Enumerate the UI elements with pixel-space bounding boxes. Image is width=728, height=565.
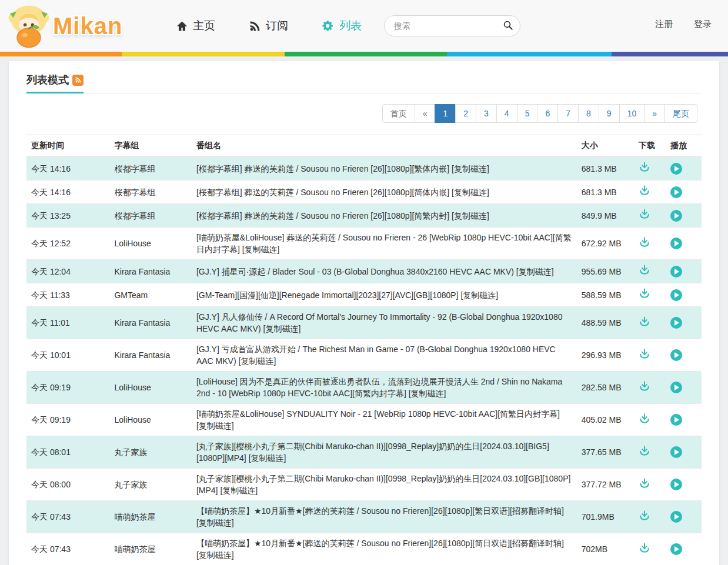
mikan-logo[interactable]: Mikan: [5, 2, 140, 50]
play-icon[interactable]: [670, 266, 682, 278]
download-icon[interactable]: [639, 185, 650, 199]
download-icon[interactable]: [639, 445, 650, 460]
row-group-link[interactable]: LoliHouse: [114, 239, 151, 248]
search-box: [384, 15, 520, 36]
play-icon[interactable]: [670, 317, 682, 329]
download-icon[interactable]: [639, 264, 650, 279]
col-subgroup: 字幕组: [109, 135, 191, 157]
play-icon[interactable]: [670, 163, 682, 175]
page-5[interactable]: 5: [517, 104, 538, 123]
table-row: 今天 07:43 喵萌奶茶屋 【喵萌奶茶屋】★10月新番★[葬送的芙莉莲 / S…: [26, 533, 702, 565]
row-group-link[interactable]: Kirara Fantasia: [114, 318, 170, 327]
row-group-link[interactable]: GMTeam: [114, 290, 148, 300]
download-icon[interactable]: [639, 542, 650, 557]
table-row: 今天 14:16 桜都字幕组 [桜都字幕组] 葬送的芙莉莲 / Sousou n…: [26, 157, 702, 180]
play-icon[interactable]: [670, 210, 682, 222]
page-prev[interactable]: «: [415, 104, 436, 123]
search-icon[interactable]: [503, 20, 513, 33]
row-title-link[interactable]: [丸子家族][樱桃小丸子第二期(Chibi Maruko-chan II)][0…: [196, 474, 570, 495]
row-group-link[interactable]: 桜都字幕组: [114, 164, 155, 173]
search-input[interactable]: [384, 15, 520, 36]
nav-home[interactable]: 主页: [176, 18, 215, 34]
page-3[interactable]: 3: [476, 104, 497, 123]
login-link[interactable]: 登录: [694, 19, 712, 30]
register-link[interactable]: 注册: [655, 19, 673, 30]
row-group-link[interactable]: 桜都字幕组: [114, 211, 155, 220]
row-size: 849.9 MB: [577, 204, 634, 228]
page-7[interactable]: 7: [557, 104, 579, 123]
row-size: 701.9MB: [577, 501, 634, 533]
row-group-link[interactable]: 喵萌奶茶屋: [114, 544, 155, 554]
col-title: 番组名: [192, 135, 577, 157]
page-10[interactable]: 10: [619, 104, 645, 123]
nav-subscribe[interactable]: 订阅: [249, 18, 288, 34]
row-title-link[interactable]: [喵萌奶茶屋&LoliHouse] 葬送的芙莉莲 / Sousou no Fri…: [196, 233, 572, 254]
table-row: 今天 13:25 桜都字幕组 [桜都字幕组] 葬送的芙莉莲 / Sousou n…: [26, 204, 702, 228]
row-title-link[interactable]: [GJ.Y] 凡人修仙传 / A Record Of Mortal's Jour…: [196, 312, 563, 333]
row-title-link[interactable]: [桜都字幕组] 葬送的芙莉莲 / Sousou no Frieren [26][…: [196, 188, 489, 197]
list-rss-icon[interactable]: [72, 75, 84, 86]
download-icon[interactable]: [639, 348, 650, 363]
page-4[interactable]: 4: [496, 104, 517, 123]
row-time: 今天 10:01: [26, 339, 109, 372]
col-play: 播放: [666, 135, 702, 157]
page-1[interactable]: 1: [435, 104, 456, 123]
download-icon[interactable]: [639, 477, 650, 492]
row-title-link[interactable]: [GM-Team][国漫][仙逆][Renegade Immortal][202…: [196, 290, 498, 300]
play-icon[interactable]: [670, 186, 682, 198]
page-2[interactable]: 2: [455, 104, 476, 123]
row-time: 今天 07:43: [26, 533, 109, 565]
row-size: 405.02 MB: [577, 404, 634, 436]
play-icon[interactable]: [670, 289, 682, 301]
page-8[interactable]: 8: [578, 104, 599, 123]
row-group-link[interactable]: 丸子家族: [114, 480, 147, 489]
play-icon[interactable]: [670, 446, 682, 458]
row-group-link[interactable]: Kirara Fantasia: [114, 350, 170, 360]
play-icon[interactable]: [670, 543, 682, 555]
row-group-link[interactable]: 桜都字幕组: [114, 188, 155, 197]
download-icon[interactable]: [639, 236, 650, 251]
page-next[interactable]: »: [644, 104, 665, 123]
download-icon[interactable]: [639, 161, 650, 176]
page-last[interactable]: 尾页: [664, 104, 697, 123]
download-icon[interactable]: [639, 208, 650, 223]
play-icon[interactable]: [670, 238, 682, 249]
download-icon[interactable]: [639, 510, 650, 524]
play-icon[interactable]: [670, 414, 682, 426]
mikan-mascot-icon: [5, 2, 53, 50]
download-icon[interactable]: [639, 413, 650, 427]
row-title-link[interactable]: [GJ.Y] 捕星司·源起 / Blader Soul - 03 (B-Glob…: [196, 267, 554, 276]
download-icon[interactable]: [639, 380, 650, 395]
table-row: 今天 12:04 Kirara Fantasia [GJ.Y] 捕星司·源起 /…: [26, 260, 702, 283]
row-title-link[interactable]: [喵萌奶茶屋&LoliHouse] SYNDUALITY Noir - 21 […: [196, 409, 560, 430]
row-time: 今天 11:33: [26, 283, 109, 307]
row-time: 今天 14:16: [26, 157, 109, 180]
download-icon[interactable]: [639, 287, 650, 302]
row-title-link[interactable]: 【喵萌奶茶屋】★10月新番★[葬送的芙莉莲 / Sousou no Friere…: [196, 539, 564, 560]
play-icon[interactable]: [670, 479, 682, 490]
row-title-link[interactable]: [GJ.Y] 亏成首富从游戏开始 / The Richest Man in Ga…: [196, 345, 556, 366]
row-group-link[interactable]: Kirara Fantasia: [114, 267, 170, 276]
page-9[interactable]: 9: [599, 104, 620, 123]
row-title-link[interactable]: [桜都字幕组] 葬送的芙莉莲 / Sousou no Frieren [26][…: [196, 164, 489, 173]
page-6[interactable]: 6: [537, 104, 558, 123]
row-title-link[interactable]: [丸子家族][樱桃小丸子第二期(Chibi Maruko-chan II)][0…: [196, 442, 549, 463]
play-icon[interactable]: [670, 511, 682, 523]
row-title-link[interactable]: 【喵萌奶茶屋】★10月新番★[葬送的芙莉莲 / Sousou no Friere…: [196, 506, 564, 527]
row-time: 今天 12:04: [26, 260, 109, 283]
play-icon[interactable]: [670, 382, 682, 393]
row-group-link[interactable]: 丸子家族: [114, 447, 147, 457]
row-size: 702MB: [577, 533, 634, 565]
row-group-link[interactable]: 喵萌奶茶屋: [114, 512, 155, 521]
download-icon[interactable]: [639, 316, 650, 330]
row-time: 今天 09:19: [26, 372, 109, 404]
content-card: 列表模式 首页«12345678910»尾页 更新时间 字幕组 番组名 大小: [9, 61, 719, 565]
row-group-link[interactable]: LoliHouse: [114, 383, 151, 392]
row-title-link[interactable]: [LoliHouse] 因为不是真正的伙伴而被逐出勇者队伍，流落到边境展开慢活人…: [196, 377, 562, 398]
nav-list[interactable]: 列表: [322, 18, 362, 34]
row-title-link[interactable]: [桜都字幕组] 葬送的芙莉莲 / Sousou no Frieren [26][…: [196, 211, 489, 220]
page-first[interactable]: 首页: [382, 104, 415, 123]
row-group-link[interactable]: LoliHouse: [114, 415, 151, 424]
pagination: 首页«12345678910»尾页: [382, 104, 697, 123]
play-icon[interactable]: [670, 349, 682, 361]
